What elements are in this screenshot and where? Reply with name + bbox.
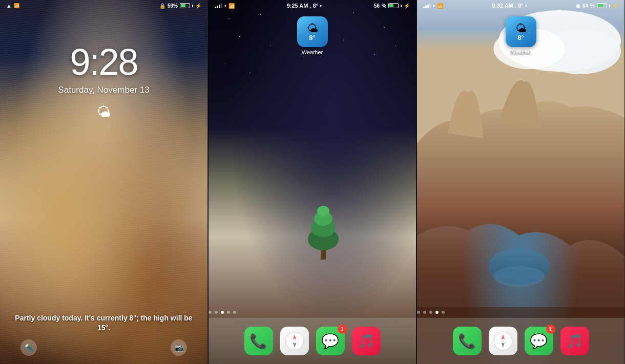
wifi-home2: 📶	[437, 3, 443, 9]
battery-pct-home1: %	[382, 3, 386, 9]
home2-status-bar: • 📶 9:32 AM , 8° • ◉ 64 % ⚡	[417, 0, 624, 11]
music-icon-home2[interactable]: 🎵	[560, 327, 589, 355]
weather-temp-home1: 8°	[309, 34, 315, 41]
weather-label-home1: Weather	[302, 49, 323, 55]
charging-home2: ⚡	[612, 3, 618, 9]
charging-home1: ⚡	[404, 3, 410, 9]
home-screen-panel-1: • 📶 9:25 AM , 8° • 56 % ⚡ 🌤 8° Weather	[209, 0, 416, 364]
home2-status-center: 9:32 AM , 8° •	[492, 3, 527, 9]
lock-screen-panel: ▲ 📶 🔒 59% ⚡ 9:28 Saturday, November 13 🌤…	[0, 0, 208, 364]
signal-bar-4	[221, 4, 222, 8]
charging-icon-lock: ⚡	[195, 3, 201, 9]
battery-fill-home1	[389, 4, 393, 7]
battery-tip-lock	[192, 5, 193, 7]
weather-app-icon-home2[interactable]: 🌤 8° Weather	[506, 16, 536, 55]
weather-temp-home2: 8°	[517, 34, 524, 41]
battery-home2	[597, 3, 607, 8]
dot-3-home2	[429, 311, 432, 314]
battery-lock	[180, 3, 190, 8]
bullet-home1: •	[224, 3, 226, 9]
battery-pct-home2: %	[590, 3, 595, 9]
safari-icon-home2[interactable]	[489, 327, 517, 355]
weather-icon-home2: 🌤 8°	[506, 16, 536, 47]
lock-weather-icon: 🌤	[97, 103, 111, 120]
music-glyph-home2: 🎵	[567, 333, 583, 349]
signal-bar-3-h2	[427, 5, 429, 8]
messages-icon-home2[interactable]: 💬 1	[525, 327, 553, 355]
home2-time: 9:32 AM	[492, 3, 513, 9]
bullet-home2: •	[433, 3, 435, 9]
signal-bar-2	[217, 6, 218, 8]
home1-status-bar: • 📶 9:25 AM , 8° • 56 % ⚡	[209, 0, 416, 11]
signal-bars-home1	[215, 3, 222, 8]
home1-status-left: • 📶	[215, 3, 235, 9]
signal-bars-home2	[423, 3, 431, 8]
signal-bar-3	[219, 5, 220, 8]
home1-time: 9:25 AM	[287, 3, 308, 9]
lock-content: 9:28 Saturday, November 13 🌤	[0, 0, 207, 364]
home1-status-right: 56 % ⚡	[374, 3, 410, 9]
battery-tip-home1	[401, 5, 402, 7]
battery-percent-home2: 64	[582, 3, 588, 9]
phone-icon-home2[interactable]: 📞	[453, 327, 482, 355]
page-dots-home2	[417, 311, 445, 314]
weather-label-home2: Weather	[510, 49, 531, 55]
signal-bar-4-h2	[429, 4, 431, 8]
signal-bar-2-h2	[425, 6, 427, 8]
wifi-signal-lock: 📶	[14, 3, 19, 8]
wifi-home1: 📶	[228, 3, 235, 9]
home2-temp-dots: •	[525, 3, 527, 9]
battery-percent-home1: 56	[374, 3, 380, 9]
phone-glyph-home2: 📞	[458, 333, 476, 350]
location-icon-home2: ◉	[576, 3, 580, 9]
battery-percent-lock: 59%	[168, 3, 178, 9]
home1-temp: 8°	[313, 3, 319, 9]
messages-glyph-home2: 💬	[530, 333, 548, 350]
home1-content: 🌤 8° Weather	[209, 0, 416, 364]
signal-bar-1	[215, 7, 216, 8]
battery-home1	[388, 3, 399, 8]
lock-icon-sb: 🔒	[159, 3, 165, 9]
dock-home2: 📞 💬 1 🎵	[417, 318, 624, 364]
lock-date: Saturday, November 13	[58, 85, 149, 95]
dot-5-home2	[442, 311, 445, 314]
home2-temp: 8°	[518, 3, 524, 9]
safari-compass-home2	[493, 331, 513, 351]
home2-content: 🌤 8° Weather	[417, 0, 624, 364]
home2-status-right: ◉ 64 % ⚡	[576, 3, 618, 9]
home2-status-left: • 📶	[423, 3, 443, 9]
dot-1-home2	[417, 311, 420, 314]
signal-bar-1-h2	[423, 7, 425, 8]
status-right-lock: 🔒 59% ⚡	[159, 3, 201, 9]
status-left-lock: ▲ 📶	[6, 3, 19, 9]
home-screen-panel-2: • 📶 9:32 AM , 8° • ◉ 64 % ⚡ 🌤 8° Wea	[417, 0, 625, 364]
dot-4-home2	[435, 311, 439, 314]
home1-temp-dots: •	[320, 3, 322, 9]
weather-app-icon-home1[interactable]: 🌤 8° Weather	[297, 16, 328, 55]
weather-sun-home2: 🌤	[515, 23, 527, 34]
battery-fill-home2	[598, 4, 603, 7]
lock-status-bar: ▲ 📶 🔒 59% ⚡	[0, 0, 207, 11]
dot-2-home2	[423, 311, 426, 314]
weather-sun-home1: 🌤	[307, 23, 318, 34]
battery-fill-lock	[181, 4, 185, 7]
messages-badge-home2: 1	[546, 325, 555, 334]
home1-status-center: 9:25 AM , 8° •	[287, 3, 322, 9]
weather-icon-home1: 🌤 8°	[297, 16, 328, 47]
wifi-icon-lock: ▲	[6, 3, 12, 9]
lock-time: 9:28	[70, 41, 137, 83]
battery-tip-home2	[609, 5, 610, 7]
